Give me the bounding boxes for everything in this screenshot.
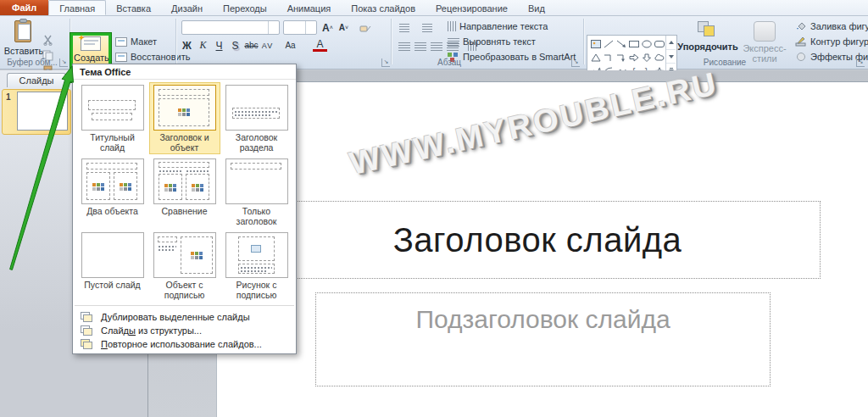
slides-pane-tab[interactable]: Слайды: [7, 73, 66, 87]
tab-review[interactable]: Рецензирование: [426, 0, 518, 15]
tab-home[interactable]: Главная: [48, 0, 106, 15]
menu-separator: [75, 305, 294, 306]
tab-transitions[interactable]: Переходы: [213, 0, 277, 15]
reuse-slides-icon: [81, 339, 93, 349]
tab-file[interactable]: Файл: [0, 0, 48, 15]
title-placeholder[interactable]: Заголовок слайда: [254, 201, 821, 279]
arrange-button[interactable]: Упорядочить: [682, 21, 734, 53]
font-name-combobox[interactable]: [181, 20, 280, 35]
subtitle-placeholder[interactable]: Подзаголовок слайда: [315, 292, 771, 386]
shape-rounded-rectangle-icon[interactable]: [653, 37, 665, 51]
menu-duplicate-slides[interactable]: Дублировать выделенные слайды: [73, 310, 296, 324]
font-dialog-launcher-icon[interactable]: ↘: [381, 58, 390, 67]
paragraph-group-label: Абзац: [407, 58, 492, 67]
new-slide-layout-dropdown: Тема Office Титульный слайд Заголовок и …: [72, 64, 297, 354]
shrink-font-button[interactable]: А˅: [337, 20, 351, 35]
align-right-button[interactable]: [429, 39, 443, 53]
layout-icon: [115, 37, 127, 47]
paste-button[interactable]: Вставить: [5, 19, 42, 58]
shape-picture-icon[interactable]: [589, 37, 602, 51]
reset-button[interactable]: Восстановить: [115, 52, 190, 62]
layout-blank[interactable]: Пустой слайд: [77, 230, 148, 302]
quick-styles-icon: [754, 21, 776, 42]
arrange-icon: [698, 21, 718, 40]
align-left-button[interactable]: [397, 39, 411, 53]
shape-fill-icon: [795, 21, 807, 31]
bold-button[interactable]: Ж: [180, 38, 194, 53]
clipboard-icon: [13, 19, 35, 44]
shape-right-arrow-icon[interactable]: [627, 51, 640, 64]
text-direction-icon: [448, 21, 456, 31]
italic-button[interactable]: К: [196, 38, 210, 53]
tab-insert[interactable]: Вставка: [106, 0, 161, 15]
shape-elbow-arrow-icon[interactable]: [615, 51, 627, 64]
shapes-scroll-down-icon[interactable]: [666, 50, 676, 64]
clear-formatting-button[interactable]: [358, 20, 372, 35]
tab-animations[interactable]: Анимация: [277, 0, 342, 15]
layout-title-and-content[interactable]: Заголовок и объект: [149, 82, 220, 154]
numbering-button[interactable]: [420, 20, 434, 35]
clipboard-group-label: Буфер обм...: [2, 58, 63, 67]
menu-slides-from-outline[interactable]: Слайды из структуры...: [73, 324, 296, 337]
reset-icon: [115, 53, 127, 62]
change-case-button[interactable]: Aa: [283, 38, 298, 53]
slide-subtitle: Подзаголовок слайда: [415, 305, 670, 334]
ribbon-tab-bar: Файл Главная Вставка Дизайн Переходы Ани…: [0, 0, 868, 16]
tab-view[interactable]: Вид: [518, 0, 555, 15]
menu-reuse-slides[interactable]: Повторное использование слайдов...: [73, 337, 296, 351]
text-shadow-button[interactable]: S: [228, 38, 242, 53]
bullets-button[interactable]: [397, 20, 411, 35]
align-text-icon: [448, 37, 459, 47]
shape-oval-icon[interactable]: [640, 37, 653, 51]
align-center-button[interactable]: [413, 39, 427, 53]
text-direction-button[interactable]: Направление текста: [448, 21, 556, 31]
shape-cloud-icon[interactable]: [653, 51, 665, 64]
layout-two-content[interactable]: Два объекта: [77, 156, 148, 228]
slide-thumbnail[interactable]: [17, 92, 68, 131]
slide-number: 1: [6, 92, 11, 102]
shape-line-icon[interactable]: [602, 37, 615, 51]
align-text-button[interactable]: Выровнять текст: [448, 36, 544, 47]
theme-header: Тема Office: [73, 64, 296, 80]
new-slide-icon: ✦: [81, 36, 101, 51]
shape-rectangle-icon[interactable]: [627, 37, 640, 51]
paste-label: Вставить: [4, 46, 44, 56]
shapes-scroll-up-icon[interactable]: [666, 36, 676, 50]
shape-down-arrow-icon[interactable]: [640, 51, 653, 64]
layout-gallery-grid: Титульный слайд Заголовок и объект Загол…: [73, 80, 296, 302]
duplicate-slides-icon: [81, 312, 93, 322]
tab-design[interactable]: Дизайн: [161, 0, 213, 15]
layout-title-only[interactable]: Только заголовок: [221, 156, 292, 228]
shape-triangle-icon[interactable]: [589, 51, 602, 64]
clipboard-dialog-launcher-icon[interactable]: ↘: [59, 58, 68, 67]
layout-comparison[interactable]: Сравнение: [149, 156, 220, 228]
layout-content-with-caption[interactable]: Объект с подписью: [149, 230, 220, 302]
underline-button[interactable]: Ч: [212, 38, 226, 53]
layout-title-slide[interactable]: Титульный слайд: [77, 82, 148, 154]
character-spacing-button[interactable]: AV: [260, 38, 275, 53]
paragraph-dialog-launcher-icon[interactable]: ↘: [571, 58, 580, 67]
font-color-button[interactable]: А: [313, 39, 327, 52]
font-size-combobox[interactable]: [283, 20, 317, 35]
shape-arrow-icon[interactable]: [615, 37, 627, 51]
layout-button[interactable]: Макет: [115, 36, 165, 47]
layout-section-header[interactable]: Заголовок раздела: [221, 82, 292, 154]
strikethrough-button[interactable]: abc: [244, 38, 259, 53]
slides-from-outline-icon: [81, 325, 93, 336]
slide-title: Заголовок слайда: [393, 221, 682, 259]
shape-fill-button[interactable]: Заливка фигуры: [795, 21, 868, 31]
cut-button[interactable]: [42, 35, 56, 47]
grow-font-button[interactable]: А˄: [320, 20, 335, 35]
drawing-dialog-launcher-icon[interactable]: ↘: [856, 58, 865, 67]
shape-elbow-icon[interactable]: [602, 51, 615, 64]
layout-picture-with-caption[interactable]: Рисунок с подписью: [221, 230, 292, 302]
tab-slideshow[interactable]: Показ слайдов: [341, 0, 426, 15]
